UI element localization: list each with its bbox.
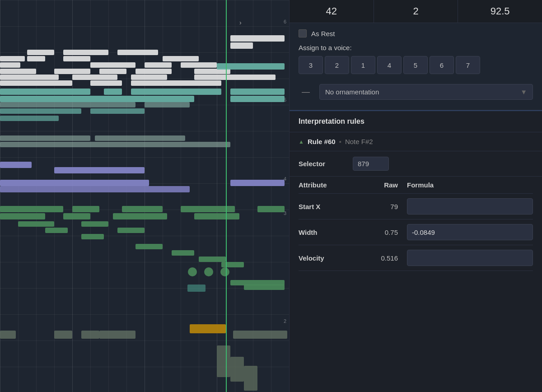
attr-header-formula: Formula (407, 181, 434, 189)
selector-label: Selector (299, 160, 344, 168)
as-rest-checkbox[interactable] (299, 29, 307, 37)
top-values-row: 42 2 92.5 (290, 0, 542, 23)
as-rest-label: As Rest (311, 30, 335, 37)
rule-separator: ▪ (339, 138, 341, 145)
attr-name-velocity: Velocity (299, 254, 353, 262)
properties-panel: As Rest Assign to a voice: 3 2 1 4 5 6 7… (290, 23, 542, 110)
ornamentation-dropdown[interactable]: No ornamentation ▼ (319, 84, 533, 100)
voice-btn-7[interactable]: 7 (456, 56, 480, 74)
playhead (226, 0, 227, 392)
voice-btn-5[interactable]: 5 (403, 56, 428, 74)
as-rest-row: As Rest (299, 29, 533, 37)
attr-raw-width: 0.75 (353, 229, 398, 236)
attr-formula-width[interactable] (407, 224, 533, 240)
dropdown-arrow-icon: ▼ (520, 88, 527, 96)
attr-row-startx: Start X 79 (299, 194, 533, 219)
voice-btn-3[interactable]: 3 (299, 56, 323, 74)
assign-voice-label: Assign to a voice: (299, 44, 533, 51)
rule-number: Rule #60 (308, 138, 336, 145)
value-cell-2[interactable]: 2 (374, 0, 458, 23)
rule-triangle-icon[interactable]: ▲ (299, 139, 304, 145)
attribute-table-header: Attribute Raw Formula (299, 177, 533, 194)
notes-layer (0, 0, 289, 392)
voice-btn-4[interactable]: 4 (377, 56, 402, 74)
rule-note: Note F#2 (345, 138, 373, 145)
attr-header-raw: Raw (353, 181, 398, 189)
attr-formula-velocity[interactable] (407, 250, 533, 266)
voice-btn-6[interactable]: 6 (430, 56, 454, 74)
ornamentation-row: — No ornamentation ▼ (299, 80, 533, 103)
value-cell-1[interactable]: 42 (290, 0, 374, 23)
attr-name-startx: Start X (299, 203, 353, 210)
attr-header-name: Attribute (299, 181, 353, 189)
piano-roll[interactable]: 6 5 4 3 2 › (0, 0, 289, 392)
attr-raw-startx: 79 (353, 203, 398, 210)
attr-raw-velocity: 0.516 (353, 254, 398, 262)
selector-input[interactable]: 879 (353, 157, 389, 171)
voice-buttons: 3 2 1 4 5 6 7 (299, 56, 533, 74)
value-cell-3[interactable]: 92.5 (458, 0, 542, 23)
ornamentation-dash: — (299, 87, 313, 97)
voice-btn-1[interactable]: 1 (351, 56, 375, 74)
selector-row: Selector 879 (290, 151, 542, 177)
ornamentation-value: No ornamentation (325, 88, 379, 96)
right-panel: 42 2 92.5 As Rest Assign to a voice: 3 2… (289, 0, 542, 392)
attr-row-velocity: Velocity 0.516 (299, 245, 533, 271)
attr-formula-startx[interactable] (407, 198, 533, 215)
interpretation-header: Interpretation rules (290, 111, 542, 132)
attr-row-width: Width 0.75 (299, 219, 533, 245)
rule-header: ▲ Rule #60 ▪ Note F#2 (290, 132, 542, 151)
voice-btn-2[interactable]: 2 (325, 56, 349, 74)
attribute-table: Attribute Raw Formula Start X 79 Width 0… (290, 177, 542, 271)
interpretation-panel: Interpretation rules ▲ Rule #60 ▪ Note F… (290, 110, 542, 392)
attr-name-width: Width (299, 229, 353, 236)
